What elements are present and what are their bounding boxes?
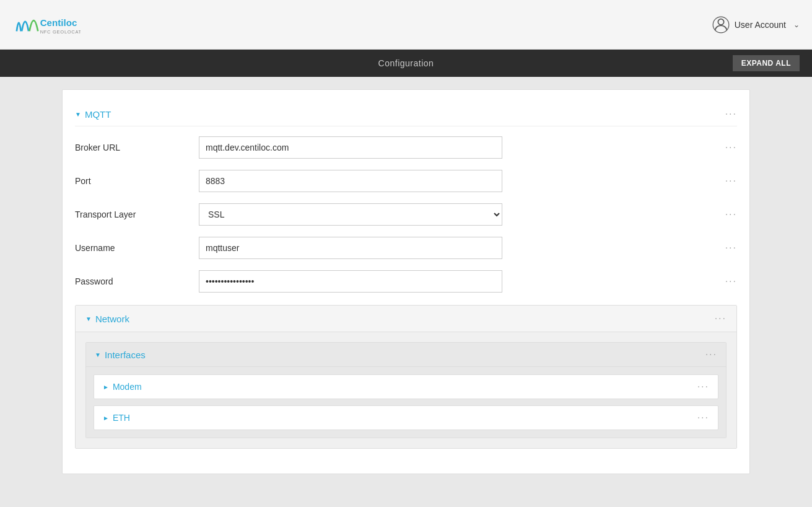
transport-layer-label: Transport Layer (75, 209, 199, 219)
centiloc-logo: Centiloc NFC GEOLOCATION (12, 6, 81, 43)
user-account-chevron-icon: ⌄ (793, 20, 800, 29)
port-input[interactable] (199, 170, 502, 192)
mqtt-section-title[interactable]: ▼ MQTT (75, 109, 111, 120)
password-input[interactable] (199, 270, 502, 293)
password-label: Password (75, 276, 199, 286)
user-account-label: User Account (735, 20, 786, 30)
logo-area: Centiloc NFC GEOLOCATION (12, 6, 81, 43)
toolbar-title: Configuration (378, 58, 434, 68)
interfaces-collapse-icon: ▼ (95, 351, 101, 358)
eth-item-title: ► ETH (103, 413, 130, 423)
svg-text:Centiloc: Centiloc (40, 17, 77, 28)
network-section: ▼ Network ··· ▼ Interfaces ··· (75, 305, 737, 449)
modem-item-menu[interactable]: ··· (697, 381, 709, 392)
broker-url-input[interactable] (199, 136, 502, 159)
password-input-area (199, 270, 718, 293)
app-header: Centiloc NFC GEOLOCATION User Account ⌄ (0, 0, 812, 50)
broker-url-input-area (199, 136, 718, 159)
username-input[interactable] (199, 237, 502, 259)
interfaces-section: ▼ Interfaces ··· ► Modem (85, 342, 727, 438)
transport-layer-row-menu[interactable]: ··· (725, 209, 737, 220)
network-section-title[interactable]: ▼ Network (85, 314, 129, 324)
main-content: ▼ MQTT ··· Broker URL ··· Port ··· (0, 77, 812, 487)
interfaces-section-menu[interactable]: ··· (705, 349, 717, 360)
user-account-icon (712, 16, 730, 33)
modem-item-title: ► Modem (103, 382, 142, 392)
interfaces-section-title[interactable]: ▼ Interfaces (95, 350, 146, 360)
eth-expand-icon: ► (103, 415, 109, 421)
transport-layer-select[interactable]: SSL TCP WebSocket (199, 203, 502, 226)
port-row-menu[interactable]: ··· (725, 175, 737, 187)
svg-text:NFC GEOLOCATION: NFC GEOLOCATION (40, 29, 81, 35)
port-label: Port (75, 176, 199, 186)
network-section-header: ▼ Network ··· (76, 306, 736, 332)
mqtt-section: ▼ MQTT ··· Broker URL ··· Port ··· (75, 102, 737, 293)
port-row: Port ··· (75, 170, 737, 192)
password-row: Password ··· (75, 270, 737, 293)
broker-url-row: Broker URL ··· (75, 136, 737, 159)
mqtt-section-header: ▼ MQTT ··· (75, 102, 737, 126)
interfaces-section-body: ► Modem ··· ► ETH (86, 367, 726, 438)
interfaces-section-header: ▼ Interfaces ··· (86, 343, 726, 367)
expand-all-button[interactable]: EXPAND ALL (733, 55, 800, 71)
modem-expand-icon: ► (103, 384, 109, 390)
mqtt-section-menu[interactable]: ··· (725, 108, 737, 120)
broker-url-row-menu[interactable]: ··· (725, 142, 737, 153)
mqtt-collapse-icon: ▼ (75, 111, 81, 118)
config-panel: ▼ MQTT ··· Broker URL ··· Port ··· (62, 89, 750, 474)
username-row-menu[interactable]: ··· (725, 242, 737, 254)
modem-item: ► Modem ··· (94, 374, 718, 399)
eth-item-header[interactable]: ► ETH ··· (94, 406, 718, 430)
eth-item-menu[interactable]: ··· (697, 412, 709, 423)
port-input-area (199, 170, 718, 192)
broker-url-label: Broker URL (75, 143, 199, 152)
toolbar: Configuration EXPAND ALL (0, 50, 812, 77)
username-label: Username (75, 243, 199, 253)
network-collapse-icon: ▼ (85, 315, 92, 322)
eth-item: ► ETH ··· (94, 405, 718, 430)
username-row: Username ··· (75, 237, 737, 259)
transport-layer-input-area: SSL TCP WebSocket (199, 203, 718, 226)
network-section-menu[interactable]: ··· (715, 313, 727, 324)
transport-layer-row: Transport Layer SSL TCP WebSocket ··· (75, 203, 737, 226)
user-account-dropdown[interactable]: User Account ⌄ (712, 16, 800, 33)
modem-item-header[interactable]: ► Modem ··· (94, 375, 718, 399)
username-input-area (199, 237, 718, 259)
network-section-body: ▼ Interfaces ··· ► Modem (76, 332, 736, 448)
svg-point-2 (718, 19, 723, 24)
password-row-menu[interactable]: ··· (725, 276, 737, 287)
